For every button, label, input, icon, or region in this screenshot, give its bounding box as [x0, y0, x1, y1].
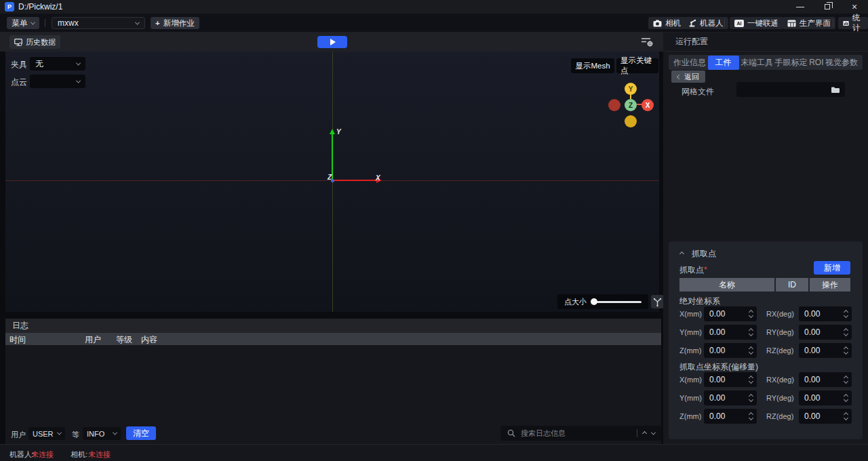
coord-label: RX(deg) — [766, 376, 794, 384]
menu-button[interactable]: 菜单 — [7, 17, 39, 29]
gizmo-y-button[interactable]: Y — [625, 83, 637, 95]
job-select[interactable]: mxwx — [52, 17, 145, 29]
folder-icon[interactable] — [831, 86, 840, 94]
plus-icon: + — [155, 19, 160, 27]
collapse-icon[interactable] — [679, 252, 684, 256]
back-button[interactable]: 返回 — [671, 71, 705, 83]
coord-value[interactable] — [799, 412, 844, 421]
restore-button[interactable] — [814, 0, 841, 14]
stepper-arrows[interactable] — [844, 413, 852, 420]
coord-label: RZ(deg) — [766, 412, 793, 420]
chevron-left-icon — [677, 74, 682, 79]
robot-button[interactable]: 机器人 — [684, 17, 728, 29]
coord-input-abs-rz[interactable] — [799, 343, 852, 358]
close-button[interactable]: × — [841, 0, 868, 14]
coord-input-off-rz[interactable] — [799, 409, 852, 424]
viewport-settings-button[interactable] — [640, 37, 654, 47]
search-next-button[interactable] — [651, 430, 656, 435]
coord-value[interactable] — [704, 393, 749, 403]
coord-input-abs-z[interactable] — [704, 343, 757, 358]
required-mark: * — [704, 265, 707, 275]
stepper-arrows[interactable] — [749, 413, 757, 420]
coord-input-off-z[interactable] — [704, 409, 757, 424]
viewport-header: 历史数据 — [0, 33, 663, 52]
history-label: 历史数据 — [26, 37, 56, 47]
slider-knob[interactable] — [591, 298, 597, 305]
coord-value[interactable] — [799, 346, 844, 355]
log-user-filter-label: 用户 — [11, 430, 26, 440]
run-button[interactable] — [317, 36, 347, 48]
coord-input-off-ry[interactable] — [799, 390, 852, 405]
gizmo-z-button[interactable]: Z — [625, 99, 637, 111]
stepper-arrows[interactable] — [749, 376, 757, 383]
log-level-filter-label: 等 — [72, 430, 79, 440]
log-user-filter-select[interactable]: USER — [28, 427, 65, 440]
coord-input-off-rx[interactable] — [799, 372, 852, 387]
coord-value[interactable] — [704, 375, 749, 384]
minimize-button[interactable]: — — [787, 0, 814, 14]
show-keypoints-toggle[interactable]: 显示关键点 — [616, 58, 658, 73]
stepper-arrows[interactable] — [844, 329, 852, 336]
coord-value[interactable] — [704, 346, 749, 355]
log-search-box — [500, 426, 662, 441]
tab-vision-params[interactable]: 视觉参数 — [825, 57, 858, 68]
coord-value[interactable] — [799, 327, 844, 337]
coord-input-off-x[interactable] — [704, 372, 757, 387]
tab-roi[interactable]: ROI — [809, 58, 823, 67]
ai-connect-label: 一键联通 — [747, 18, 778, 28]
stepper-arrows[interactable] — [749, 329, 757, 336]
gizmo-neg-y-button[interactable] — [625, 115, 637, 127]
stepper-arrows[interactable] — [844, 395, 852, 401]
search-prev-button[interactable] — [642, 430, 647, 435]
coord-input-abs-ry[interactable] — [799, 325, 852, 340]
coord-input-abs-rx[interactable] — [799, 306, 852, 321]
x-axis-label: X — [376, 174, 380, 182]
production-button[interactable]: 生产界面 — [783, 17, 835, 29]
coord-input-abs-x[interactable] — [704, 306, 757, 321]
log-col-user: 用户 — [85, 334, 101, 346]
mesh-file-value[interactable] — [736, 85, 831, 94]
coord-value[interactable] — [704, 412, 749, 421]
stepper-arrows[interactable] — [844, 310, 852, 317]
grasp-col-id: ID — [776, 278, 808, 292]
show-mesh-toggle[interactable]: 显示Mesh — [571, 58, 614, 73]
stepper-arrows[interactable] — [749, 347, 757, 354]
coord-value[interactable] — [704, 309, 749, 319]
chevron-down-icon — [76, 60, 81, 65]
tab-end-tool[interactable]: 末端工具 — [741, 57, 773, 68]
stepper-arrows[interactable] — [749, 395, 757, 401]
scene-viewport[interactable]: Y X Z 夹具 无 点云 显示Mesh 显示关键点 Y Z X 点大小 — [5, 52, 659, 312]
coord-value[interactable] — [704, 327, 749, 337]
stats-button[interactable]: 统计 — [838, 17, 868, 29]
gizmo-neg-x-button[interactable] — [608, 99, 620, 111]
stepper-arrows[interactable] — [844, 347, 852, 354]
coord-input-off-y[interactable] — [704, 390, 757, 405]
stepper-arrows[interactable] — [749, 310, 757, 317]
fixture-select[interactable]: 无 — [30, 57, 85, 71]
x-axis-line — [333, 180, 378, 181]
coord-value[interactable] — [799, 375, 844, 384]
ai-connect-button[interactable]: AI 一键联通 — [730, 17, 783, 29]
camera-button[interactable]: 相机 — [648, 17, 686, 29]
log-search-input[interactable] — [521, 429, 631, 437]
app-window: P D:/Pickwiz/1 — × 菜单 mxwx + 新增作业 相机 — [0, 0, 868, 461]
stepper-arrows[interactable] — [844, 376, 852, 383]
add-grasp-button[interactable]: 新增 — [814, 261, 850, 275]
gizmo-x-button[interactable]: X — [642, 99, 654, 111]
tab-workpiece[interactable]: 工件 — [708, 56, 739, 70]
coord-value[interactable] — [799, 309, 844, 319]
tab-job-info[interactable]: 作业信息 — [673, 57, 706, 68]
pointcloud-select[interactable] — [30, 75, 85, 88]
coord-value[interactable] — [799, 393, 844, 403]
axes-tool-button[interactable] — [651, 295, 664, 308]
mesh-file-input[interactable] — [736, 82, 845, 97]
history-data-button[interactable]: 历史数据 — [9, 35, 60, 49]
coord-label: RY(deg) — [766, 394, 794, 402]
clear-log-button[interactable]: 清空 — [126, 426, 156, 440]
log-level-filter-select[interactable]: INFO — [83, 427, 121, 440]
new-job-button[interactable]: + 新增作业 — [151, 17, 199, 29]
point-size-slider[interactable] — [592, 301, 642, 303]
coord-input-abs-y[interactable] — [704, 325, 757, 340]
back-label: 返回 — [684, 72, 699, 82]
tab-hand-eye-calib[interactable]: 手眼标定 — [775, 57, 808, 68]
